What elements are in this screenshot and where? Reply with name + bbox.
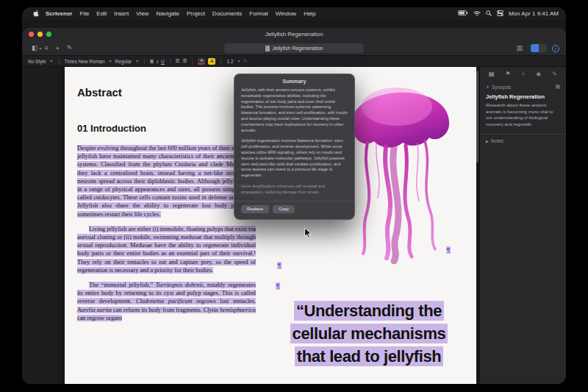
view-mode-icon[interactable]: ≡: [45, 45, 49, 51]
line-spacing-dropdown[interactable]: 1.2: [226, 59, 233, 64]
control-center-icon[interactable]: [497, 10, 503, 18]
heading-introduction: 01 Introduction: [77, 123, 146, 134]
divider: [220, 58, 221, 65]
comments-tab-icon[interactable]: ✎: [552, 71, 557, 78]
summary-popup-title: Summary: [234, 74, 354, 88]
menu-item-navigate[interactable]: Navigate: [152, 10, 183, 17]
paragraph-3: The “immortal jellyfish,” Turritopsis do…: [77, 281, 256, 322]
editor-layout-left-icon[interactable]: [531, 44, 539, 52]
editor-scrollbar[interactable]: [476, 71, 478, 163]
document-title-field[interactable]: Jellyfish Regeneration: [224, 43, 364, 53]
notes-section-header[interactable]: ▶ Notes: [480, 135, 566, 145]
window-title: Jellyfish Regeneration: [22, 31, 566, 38]
paragraph-1: Despite evolving throughout the last 600…: [77, 144, 256, 218]
style-chevron-icon: ▼: [50, 59, 54, 63]
menu-bar: Scrivener File Edit Insert View Navigate…: [22, 7, 566, 20]
inspector-panel: ▤ ⚑ ⌗ ◉ ✎ ▼ Synopsis ▦ Jellyfish Regener…: [479, 67, 566, 384]
divider: [170, 58, 171, 65]
pull-quote[interactable]: “Understanding the cellular mechanisms t…: [269, 299, 469, 368]
italic-button[interactable]: I: [157, 59, 158, 64]
notes-header-label: Notes: [491, 138, 503, 143]
editor-layout-right-icon[interactable]: [539, 44, 547, 52]
list-bullets-icon[interactable]: ∷: [243, 58, 246, 64]
menu-item-scrivener[interactable]: Scrivener: [42, 10, 76, 17]
summary-paragraph: Jellyfish regeneration involves blastema…: [241, 138, 348, 179]
bookmarks-toolbar-icon[interactable]: ▥: [516, 45, 523, 51]
inspector-info-icon[interactable]: i: [552, 45, 559, 52]
metadata-tab-icon[interactable]: ⌗: [522, 71, 526, 78]
underline-button[interactable]: U: [161, 59, 165, 64]
font-variant-dropdown[interactable]: Regular: [115, 59, 132, 64]
synopsis-image-toggle-icon[interactable]: ▦: [555, 84, 560, 90]
menu-bar-clock[interactable]: Mon Apr 1 9:41 AM: [509, 10, 559, 17]
heading-abstract: Abstract: [77, 86, 122, 99]
replace-button[interactable]: Replace: [241, 205, 269, 213]
chevron-down-icon: ▼: [486, 85, 490, 89]
variant-chevron-icon: ▼: [135, 59, 139, 63]
highlight-color-chip[interactable]: A: [208, 58, 215, 65]
synopsis-header-label: Synopsis: [492, 85, 511, 90]
notes-tab-icon[interactable]: ▤: [489, 71, 495, 78]
pull-quote-line: that lead to jellyfish: [295, 346, 444, 366]
add-document-icon[interactable]: ＋: [54, 45, 61, 51]
snapshots-tab-icon[interactable]: ◉: [536, 71, 541, 78]
style-dropdown[interactable]: No Style: [28, 59, 46, 64]
paragraph-2: Living jellyfish are either (i) immobile…: [77, 225, 256, 274]
text-color-chip[interactable]: A: [198, 58, 205, 65]
pull-quote-line: “Understanding the: [294, 301, 444, 321]
font-chevron-icon: ▼: [109, 59, 112, 63]
main-toolbar: ◧ ▾ ≡ ＋ ✎ Jellyfish Regeneration ▥ i: [22, 41, 566, 55]
divider: [144, 58, 145, 65]
pilcrow-mark: ¶: [446, 246, 451, 254]
battery-icon[interactable]: [458, 10, 468, 17]
menu-item-help[interactable]: Help: [300, 10, 319, 17]
menu-item-edit[interactable]: Edit: [93, 10, 110, 17]
format-bar: No Style ▼ Times New Roman ▼ Regular ▼ B…: [22, 55, 566, 67]
inspector-tab-bar: ▤ ⚑ ⌗ ◉ ✎: [480, 67, 566, 80]
compose-icon[interactable]: ✎: [67, 45, 73, 51]
summary-paragraph: Gene amplification enhances cell renewal…: [241, 184, 348, 196]
bookmarks-tab-icon[interactable]: ⚑: [506, 71, 511, 78]
layout-segmented-control[interactable]: [531, 44, 547, 52]
window-title-bar[interactable]: Jellyfish Regeneration: [22, 28, 566, 41]
document-title-text: Jellyfish Regeneration: [273, 46, 323, 51]
menu-item-window[interactable]: Window: [272, 10, 300, 17]
pull-quote-line: cellular mechanisms: [290, 324, 448, 343]
menu-item-insert[interactable]: Insert: [110, 10, 132, 17]
apple-menu-icon[interactable]: [29, 10, 42, 18]
bold-button[interactable]: B: [150, 59, 154, 64]
summary-paragraph: Jellyfish, with their ancient nervous sy…: [241, 88, 348, 133]
menu-item-project[interactable]: Project: [183, 10, 209, 17]
align-left-icon[interactable]: ☰: [176, 58, 180, 64]
mouse-cursor: [304, 228, 312, 241]
minimize-window-button[interactable]: [37, 32, 43, 37]
apple-icon: [33, 10, 40, 17]
align-center-icon[interactable]: ☰: [183, 58, 187, 64]
body-text-column[interactable]: Despite evolving throughout the last 600…: [77, 144, 256, 329]
spacing-chevron-icon: ▼: [237, 59, 241, 63]
pilcrow-mark: ¶: [276, 282, 280, 290]
document-icon: [265, 46, 270, 51]
binder-sidebar-toggle-icon[interactable]: ◧: [32, 45, 38, 51]
wifi-icon[interactable]: [473, 10, 481, 18]
mac-screen: Scrivener File Edit Insert View Navigate…: [22, 7, 566, 384]
pilcrow-mark: ¶: [277, 262, 282, 269]
menu-item-file[interactable]: File: [76, 10, 93, 17]
divider: [192, 58, 193, 65]
divider: [59, 58, 60, 65]
menu-item-documents[interactable]: Documents: [209, 10, 245, 17]
copy-button[interactable]: Copy: [273, 205, 295, 213]
search-icon[interactable]: [486, 10, 492, 18]
writing-tools-summary-popup: Summary Jellyfish, with their ancient ne…: [234, 74, 355, 220]
close-window-button[interactable]: [29, 32, 34, 37]
zoom-window-button[interactable]: [46, 32, 51, 37]
menu-item-format[interactable]: Format: [245, 10, 271, 17]
menu-item-view[interactable]: View: [132, 10, 152, 17]
synopsis-text[interactable]: Research about these ancient animals is …: [480, 101, 566, 128]
synopsis-section-header[interactable]: ▼ Synopsis ▦: [480, 80, 566, 91]
inspector-document-title: Jellyfish Regeneration: [480, 91, 566, 101]
chevron-right-icon: ▶: [486, 139, 489, 143]
font-family-dropdown[interactable]: Times New Roman: [65, 59, 105, 64]
sidebar-chevron-icon[interactable]: ▾: [40, 46, 42, 51]
